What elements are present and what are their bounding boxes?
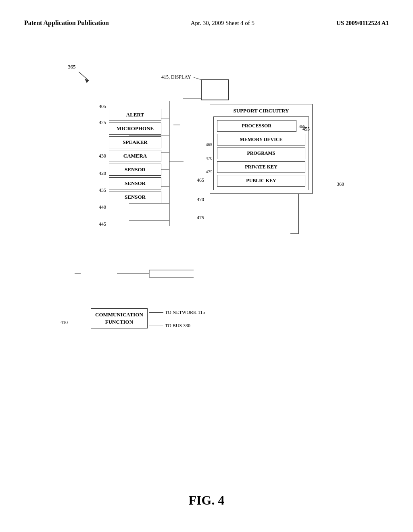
- to-bus-label: TO BUS 330: [165, 323, 190, 329]
- support-inner: PROCESSOR 455 MEMORY DEVICE 465 PROGRAMS…: [213, 116, 309, 190]
- public-key-box: PUBLIC KEY: [217, 175, 305, 187]
- programs-box: PROGRAMS: [217, 148, 305, 159]
- line-network: [149, 312, 163, 313]
- ref-410: 410: [60, 320, 68, 326]
- ref-420: 420: [99, 170, 106, 177]
- support-circuitry-box: SUPPORT CIRCUITRY PROCESSOR 455 MEMORY D…: [210, 104, 313, 194]
- comm-box-wrap: 410 COMMUNICATIONFUNCTION: [91, 308, 148, 328]
- patent-number: US 2009/0112524 A1: [336, 20, 389, 27]
- ref-470: 470: [206, 156, 213, 160]
- ref-440: 440: [99, 204, 106, 210]
- ref-475: 475: [206, 169, 213, 174]
- publication-title: Patent Application Publication: [24, 19, 109, 27]
- memory-box: MEMORY DEVICE: [217, 134, 305, 145]
- sensor3-box: SENSOR: [109, 191, 161, 203]
- ref-405: 405: [99, 104, 106, 110]
- processor-box: PROCESSOR: [217, 120, 296, 132]
- ref-470-abs: 470: [197, 197, 204, 203]
- page-header: Patent Application Publication Apr. 30, …: [24, 19, 389, 27]
- publication-date: Apr. 30, 2009 Sheet 4 of 5: [191, 20, 254, 27]
- to-network-row: TO NETWORK 115: [149, 310, 205, 316]
- ref-475-wrap: 475 PUBLIC KEY: [217, 175, 305, 187]
- ref-475-abs: 475: [197, 215, 204, 221]
- figure-label: FIG. 4: [189, 493, 225, 508]
- left-column: ALERT MICROPHONE SPEAKER CAMERA SENSOR S…: [109, 109, 161, 203]
- ref-425: 425: [99, 120, 106, 126]
- support-title: SUPPORT CIRCUITRY: [213, 108, 309, 114]
- ref-430: 430: [99, 153, 106, 159]
- to-network-label: TO NETWORK 115: [165, 310, 205, 316]
- speaker-box: SPEAKER: [109, 136, 161, 148]
- svg-line-23: [194, 77, 202, 80]
- line-bus: [149, 326, 163, 326]
- ref-445: 445: [99, 221, 106, 227]
- ref-455-abs: 455: [302, 126, 310, 132]
- private-key-box: PRIVATE KEY: [217, 161, 305, 173]
- camera-box: CAMERA: [109, 150, 161, 162]
- patent-diagram: 365 415, DISPLAY 405 425 430 420 435 440…: [24, 56, 389, 468]
- network-labels: TO NETWORK 115 TO BUS 330: [149, 310, 205, 329]
- display-arrow: [161, 74, 206, 82]
- processor-row: PROCESSOR 455: [217, 120, 305, 132]
- comm-function-box: COMMUNICATIONFUNCTION: [91, 308, 148, 328]
- microphone-box: MICROPHONE: [109, 123, 161, 135]
- display-box: [201, 79, 229, 100]
- to-bus-row: TO BUS 330: [149, 323, 205, 329]
- sensor1-box: SENSOR: [109, 164, 161, 176]
- sensor2-box: SENSOR: [109, 177, 161, 189]
- alert-box: ALERT: [109, 109, 161, 121]
- ref-465-abs: 465: [197, 177, 204, 183]
- ref-465: 465: [206, 142, 213, 147]
- ref-360: 360: [337, 181, 344, 187]
- ref-470-wrap: 470 PRIVATE KEY: [217, 161, 305, 173]
- ref-365: 365: [68, 64, 76, 70]
- ref-465-wrap: 465 PROGRAMS: [217, 148, 305, 159]
- ref-435: 435: [99, 187, 106, 193]
